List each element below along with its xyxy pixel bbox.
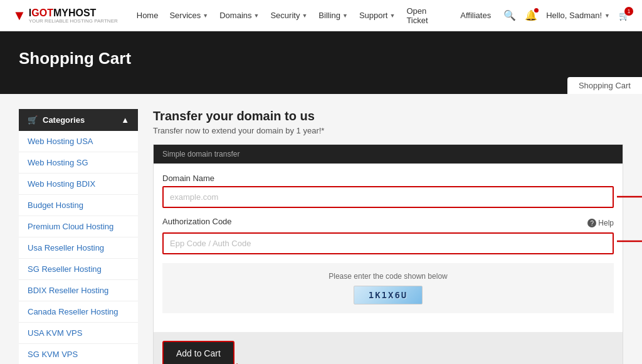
cart-icon[interactable]: 🛒 1 [619,11,629,21]
nav-security[interactable]: Security▼ [270,11,307,20]
domain-name-label: Domain Name [162,174,614,183]
sidebar-item-canada-reseller-hosting[interactable]: Canada Reseller Hosting [19,301,138,323]
captcha-image: 1K1X6U [354,286,423,304]
sidebar-item-web-hosting-sg[interactable]: Web Hosting SG [19,152,138,174]
add-to-cart-wrapper: Add to Cart [162,341,234,364]
bell-notification-dot [534,8,539,13]
categories-header-left: 🛒 Categories [28,115,85,125]
logo-text: IGOTMYHOST [29,8,97,18]
add-to-cart-button[interactable]: Add to Cart [162,341,234,364]
auth-label-row: Authorization Code ? Help [162,217,614,229]
sidebar-item-sg-reseller-hosting[interactable]: SG Reseller Hosting [19,259,138,280]
nav-services[interactable]: Services▼ [169,11,208,20]
transfer-box: Simple domain transfer Domain Name [153,144,623,364]
cart-badge: 1 [624,7,633,16]
domain-name-group: Domain Name [162,174,614,208]
nav-open-ticket[interactable]: Open Ticket [406,6,449,25]
nav-domains[interactable]: Domains▼ [219,11,259,20]
user-greeting: Hello, Sadman! [546,11,602,20]
categories-collapse-icon: ▲ [121,115,129,125]
sidebar-item-sg-kvm-vps[interactable]: SG KVM VPS [19,344,138,364]
user-menu[interactable]: Hello, Sadman! ▼ [546,11,610,20]
sidebar-item-bdix-reseller-hosting[interactable]: BDIX Reseller Hosting [19,280,138,301]
bell-icon[interactable]: 🔔 [525,9,537,21]
domain-arrow [617,190,642,204]
user-dropdown-arrow: ▼ [604,13,610,19]
categories-label: Categories [43,115,85,125]
sidebar-item-web-hosting-usa[interactable]: Web Hosting USA [19,131,138,152]
auth-code-label: Authorization Code [162,217,232,226]
help-icon: ? [587,219,596,227]
navbar: ▼ IGOTMYHOST YOUR RELIABLE HOSTING PARTN… [0,0,642,31]
transfer-box-body: Domain Name Authorization Code [154,164,623,332]
page-title: Shopping Cart [19,49,623,68]
nav-billing[interactable]: Billing▼ [318,11,348,20]
form-footer: Add to Cart [154,332,623,364]
nav-items: Home Services▼ Domains▼ Security▼ Billin… [137,6,491,25]
header-banner: Shopping Cart Shopping Cart [0,31,642,94]
captcha-section: Please enter the code shown below 1K1X6U [162,263,614,313]
breadcrumb: Shopping Cart [567,77,642,94]
nav-right: 🔍 🔔 Hello, Sadman! ▼ 🛒 1 [503,9,629,21]
help-text: Help [598,219,614,227]
transfer-title: Transfer your domain to us [153,109,623,123]
nav-support[interactable]: Support▼ [359,11,395,20]
logo[interactable]: ▼ IGOTMYHOST YOUR RELIABLE HOSTING PARTN… [13,8,118,24]
domain-name-input[interactable] [162,186,614,208]
cart-sidebar-icon: 🛒 [28,115,38,125]
sidebar-item-web-hosting-bdix[interactable]: Web Hosting BDIX [19,174,138,195]
logo-icon: ▼ [13,8,26,24]
sidebar-item-usa-reseller-hosting[interactable]: Usa Reseller Hosting [19,237,138,259]
captcha-label: Please enter the code shown below [329,272,447,281]
sidebar: 🛒 Categories ▲ Web Hosting USA Web Hosti… [19,109,138,364]
nav-home[interactable]: Home [137,11,159,20]
main-content: 🛒 Categories ▲ Web Hosting USA Web Hosti… [0,94,642,364]
auth-arrow [617,234,642,248]
main-panel: Transfer your domain to us Transfer now … [153,109,623,364]
nav-affiliates[interactable]: Affiliates [460,11,491,20]
sidebar-item-premium-cloud-hosting[interactable]: Premium Cloud Hosting [19,216,138,237]
transfer-subtitle: Transfer now to extend your domain by 1 … [153,126,623,135]
transfer-box-header: Simple domain transfer [154,145,623,164]
sidebar-item-budget-hosting[interactable]: Budget Hosting [19,195,138,216]
search-icon[interactable]: 🔍 [503,9,516,21]
categories-header[interactable]: 🛒 Categories ▲ [19,109,138,131]
sidebar-item-usa-kvm-vps[interactable]: USA KVM VPS [19,323,138,344]
logo-sub: YOUR RELIABLE HOSTING PARTNER [29,19,118,24]
help-link[interactable]: ? Help [587,219,614,227]
auth-code-group: Authorization Code ? Help [162,217,614,254]
auth-code-input[interactable] [162,232,614,254]
